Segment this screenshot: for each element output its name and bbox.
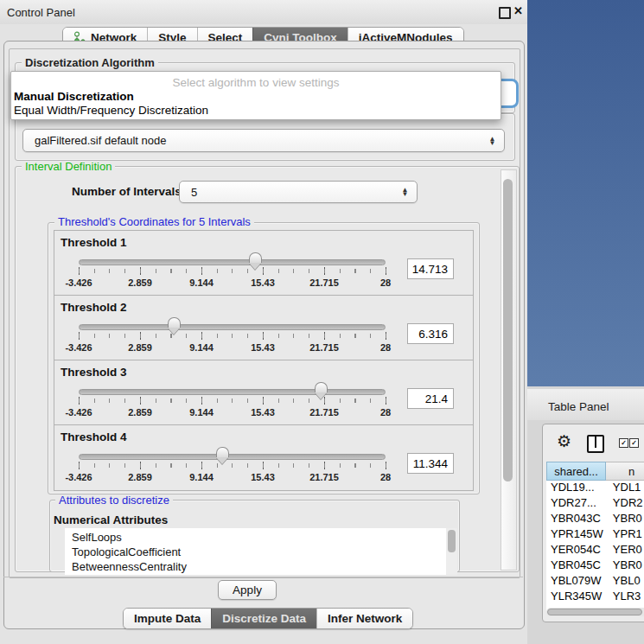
slider-minor-ticks (79, 334, 386, 338)
threshold-value-field[interactable]: 11.344 (407, 453, 454, 474)
table-data-combo[interactable]: galFiltered.sif default node ▲▼ (22, 129, 505, 152)
table-row[interactable]: YER054CYER0 (546, 543, 644, 558)
threshold-label: Threshold 1 (61, 236, 127, 249)
network-desktop: GAL80GACGAL11GAL4GCY1HHAP2 (527, 0, 644, 386)
tab-discretize-data[interactable]: Discretize Data (211, 609, 316, 628)
slider-minor-ticks (79, 269, 386, 273)
column-header-name[interactable]: n (606, 462, 644, 481)
control-panel-window: Control Panel ✕ Network Style Select Cyn… (0, 0, 527, 644)
cell: YER054C (546, 543, 611, 558)
tick-label: 9.144 (189, 342, 214, 353)
tick-label: 21.715 (309, 277, 339, 288)
table-row[interactable]: YLR345WYLR3 (546, 590, 644, 605)
float-window-icon[interactable] (499, 7, 511, 19)
close-icon[interactable]: ✕ (513, 4, 523, 17)
tab-infer-network[interactable]: Infer Network (316, 609, 412, 628)
tick-label: 2.859 (128, 342, 152, 353)
slider-minor-ticks (79, 463, 386, 468)
tick-label: 2.859 (128, 277, 152, 288)
algorithm-popup: Select algorithm to view settings Manual… (10, 71, 501, 120)
slider-track[interactable] (79, 389, 386, 395)
numerical-attributes-list[interactable]: SelfLoops TopologicalCoefficient Between… (65, 528, 457, 575)
table-row[interactable]: YPR145WYPR1 (546, 527, 644, 543)
thresholds-group-title: Threshold's Coordinates for 5 Intervals (54, 216, 254, 227)
popup-item-equal-width-frequency[interactable]: Equal Width/Frequency Discretization (14, 104, 208, 117)
cell: YPR145W (546, 527, 611, 543)
list-item[interactable]: TopologicalCoefficient (72, 545, 181, 558)
number-of-intervals-label: Number of Intervals (72, 185, 182, 198)
checkbox-icon[interactable]: ✓ (629, 438, 639, 448)
threshold-label: Threshold 2 (61, 301, 127, 314)
tick-label: 15.43 (251, 277, 275, 288)
apply-button[interactable]: Apply (218, 580, 277, 600)
slider-thumb[interactable] (168, 317, 181, 335)
table-row[interactable]: YBR045CYBR0 (546, 558, 644, 574)
scrollbar-thumb[interactable] (448, 530, 456, 552)
tab-impute-data-label: Impute Data (134, 612, 201, 625)
slider-track[interactable] (79, 454, 386, 460)
tick-label: 28 (380, 342, 391, 353)
tick-label: -3.426 (65, 342, 92, 353)
checkbox-icon[interactable]: ✓ (619, 438, 628, 448)
cell: YBR045C (546, 558, 611, 574)
slider-thumb[interactable] (249, 252, 262, 270)
cell: YDL1 (611, 481, 644, 496)
tick-label: 21.715 (309, 472, 339, 482)
list-item[interactable]: SelfLoops (72, 531, 122, 544)
gear-icon[interactable]: ⚙ (557, 433, 571, 450)
tick-label: 21.715 (309, 342, 339, 353)
tick-label: 2.859 (128, 407, 152, 418)
threshold-value-field[interactable]: 21.4 (407, 388, 454, 409)
table-row[interactable]: YBR043CYBR0 (546, 512, 644, 527)
threshold-value-field[interactable]: 6.316 (407, 323, 454, 344)
table-horizontal-scrollbar[interactable] (546, 608, 644, 616)
slider-track[interactable] (79, 324, 386, 330)
column-header-shared[interactable]: shared... (546, 462, 606, 481)
bottom-tab-strip: Impute Data Discretize Data Infer Networ… (123, 608, 413, 629)
window-title: Control Panel (7, 6, 75, 19)
tab-impute-data[interactable]: Impute Data (124, 609, 211, 628)
popup-item-manual-discretization[interactable]: Manual Discretization (14, 90, 134, 103)
attributes-scrollbar[interactable] (446, 528, 457, 575)
threshold-value-field[interactable]: 14.713 (407, 258, 454, 279)
tick-label: 9.144 (189, 277, 214, 288)
list-item[interactable]: BetweennessCentrality (72, 560, 187, 573)
cell: YBR0 (611, 512, 644, 527)
cell: YPR1 (611, 527, 644, 543)
tick-label: -3.426 (65, 277, 92, 288)
tick-label: -3.426 (65, 407, 92, 418)
tick-label: 2.859 (128, 472, 152, 482)
table-panel-titlebar: Table Panel (527, 389, 644, 420)
interval-definition-group-title: Interval Definition (22, 161, 115, 172)
table-row[interactable]: YBL079WYBL0 (546, 574, 644, 590)
cell: YBL079W (546, 574, 611, 590)
cell: YER0 (611, 543, 644, 558)
cell: YLR3 (611, 590, 644, 605)
scrollbar-thumb[interactable] (547, 609, 642, 615)
scrollbar-thumb[interactable] (503, 179, 513, 481)
interval-pane-scrollbar[interactable] (501, 169, 517, 571)
tab-infer-network-label: Infer Network (328, 612, 402, 625)
tick-label: 28 (380, 472, 391, 482)
columns-icon[interactable] (587, 435, 604, 453)
slider-thumb[interactable] (315, 382, 328, 399)
numerical-attributes-label: Numerical Attributes (54, 513, 168, 526)
tick-label: 15.43 (251, 407, 275, 418)
threshold-label: Threshold 4 (61, 430, 127, 443)
node-table: shared... n YDL19...YDL1 YDR27...YDR2 YB… (546, 462, 644, 612)
table-row[interactable]: YDR27...YDR2 (546, 496, 644, 512)
number-of-intervals-combo[interactable]: 5 ▲▼ (179, 181, 418, 203)
slider-minor-ticks (79, 399, 386, 403)
cell: YDL19... (546, 481, 611, 496)
table-row[interactable]: YDL19...YDL1 (546, 481, 644, 496)
combo-spinner-icon: ▲▼ (488, 137, 496, 145)
slider-thumb[interactable] (216, 447, 229, 464)
cell: YBR0 (611, 558, 644, 574)
threshold-panel: Threshold 3-3.4262.8599.14415.4321.71528… (54, 360, 474, 426)
number-of-intervals-value: 5 (180, 186, 401, 199)
threshold-label: Threshold 3 (61, 366, 127, 379)
tick-label: 9.144 (189, 407, 214, 418)
threshold-panel: Threshold 2-3.4262.8599.14415.4321.71528… (54, 295, 474, 361)
attributes-group-title: Attributes to discretize (55, 494, 173, 506)
slider-track[interactable] (79, 259, 386, 265)
